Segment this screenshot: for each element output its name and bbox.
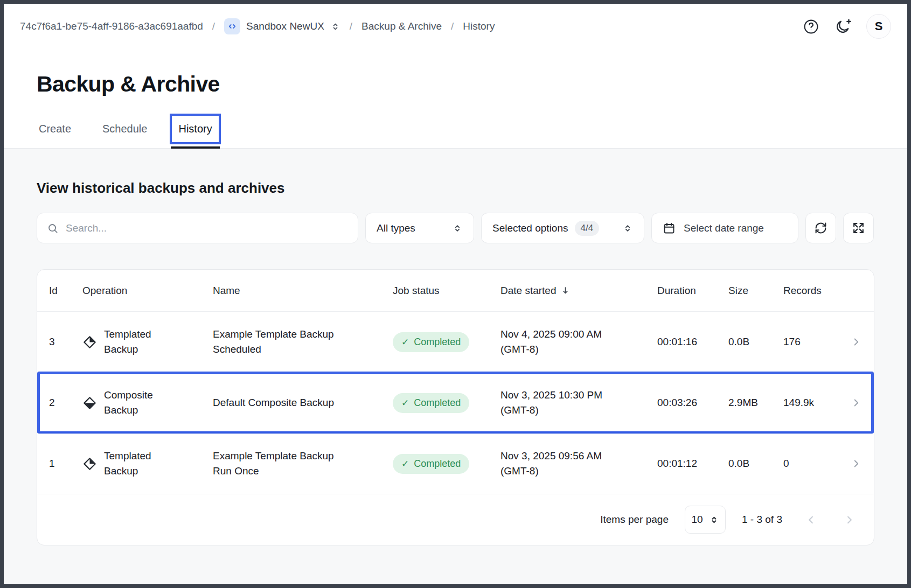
cell-size: 0.0B (728, 458, 783, 470)
calendar-icon (663, 222, 676, 235)
status-label: Completed (414, 397, 461, 409)
cell-date-started: Nov 4, 2025 09:00 AM (GMT-8) (500, 327, 657, 358)
tab-create[interactable]: Create (37, 115, 73, 148)
cell-date-started: Nov 3, 2025 10:30 PM (GMT-8) (500, 388, 657, 418)
timezone-value: (GMT-8) (500, 342, 646, 358)
timezone-value: (GMT-8) (500, 403, 646, 418)
check-icon: ✓ (401, 397, 409, 409)
check-icon: ✓ (401, 458, 409, 470)
timezone-value: (GMT-8) (500, 464, 646, 479)
operation-label: Composite Backup (104, 388, 170, 417)
help-icon[interactable] (803, 18, 819, 35)
refresh-button[interactable] (805, 213, 836, 243)
status-badge-completed: ✓ Completed (393, 332, 469, 352)
operation-label: Templated Backup (104, 449, 170, 478)
date-value: Nov 3, 2025 10:30 PM (500, 388, 646, 403)
status-badge-completed: ✓ Completed (393, 454, 469, 474)
table-row[interactable]: 1 Templated Backup Example Template Back… (37, 433, 874, 494)
chevron-updown-icon (330, 22, 340, 32)
cell-id: 2 (49, 397, 82, 409)
cell-duration: 00:01:16 (657, 336, 728, 348)
operation-label: Templated Backup (104, 327, 170, 356)
search-icon (47, 222, 59, 234)
column-header-date-started[interactable]: Date started (500, 285, 657, 297)
date-range-button[interactable]: Select date range (651, 213, 798, 243)
column-header-operation[interactable]: Operation (82, 285, 213, 297)
row-chevron-right-icon[interactable] (850, 397, 862, 409)
options-filter-label: Selected options (492, 222, 568, 234)
cell-id: 3 (49, 336, 82, 348)
topbar: 74c7f6a1-be75-4aff-9186-a3ac691aafbd / S… (4, 4, 907, 49)
workspace-switcher[interactable]: Sandbox NewUX (224, 18, 340, 34)
options-filter-dropdown[interactable]: Selected options 4/4 (481, 213, 644, 243)
column-header-job-status[interactable]: Job status (393, 285, 500, 297)
table-header-row: Id Operation Name Job status Date starte… (37, 270, 874, 311)
tab-schedule[interactable]: Schedule (100, 115, 149, 148)
row-chevron-right-icon[interactable] (850, 458, 862, 470)
cell-job-status: ✓ Completed (393, 393, 500, 413)
chevron-updown-icon (709, 515, 719, 525)
workspace-label: Sandbox NewUX (246, 20, 324, 32)
cell-name: Example Template Backup Run Once (213, 449, 393, 479)
tab-history[interactable]: History (176, 115, 214, 148)
table-row-highlighted[interactable]: 2 Composite Backup Default Composite Bac… (37, 372, 874, 433)
app-window: 74c7f6a1-be75-4aff-9186-a3ac691aafbd / S… (0, 0, 911, 588)
search-box (37, 213, 358, 243)
items-per-page-select[interactable]: 10 (685, 506, 726, 534)
code-chip-icon (224, 18, 240, 34)
column-header-size[interactable]: Size (728, 285, 783, 297)
breadcrumb: 74c7f6a1-be75-4aff-9186-a3ac691aafbd / S… (20, 18, 495, 34)
filter-toolbar: All types Selected options 4/4 (37, 213, 874, 243)
dark-mode-moon-icon[interactable] (834, 18, 851, 35)
column-header-duration[interactable]: Duration (657, 285, 728, 297)
cell-name: Default Composite Backup (213, 395, 393, 411)
table-footer: Items per page 10 1 - 3 of 3 (37, 494, 874, 545)
breadcrumb-current-page: History (463, 20, 495, 32)
column-header-id[interactable]: Id (49, 285, 82, 297)
templated-backup-icon (82, 457, 97, 471)
tab-history-label: History (178, 123, 212, 135)
composite-backup-icon (82, 396, 97, 410)
sort-desc-arrow-icon (561, 286, 570, 295)
search-input[interactable] (66, 222, 348, 234)
user-avatar[interactable]: S (866, 14, 891, 39)
page-title: Backup & Archive (37, 72, 874, 97)
pagination-next-icon[interactable] (843, 514, 856, 526)
pagination-controls (805, 514, 856, 526)
cell-records: 176 (783, 336, 847, 348)
pagination-prev-icon[interactable] (805, 514, 817, 526)
items-per-page-value: 10 (691, 514, 703, 526)
breadcrumb-section[interactable]: Backup & Archive (361, 20, 442, 32)
cell-operation: Templated Backup (82, 327, 213, 356)
tab-bar: Create Schedule History (4, 115, 907, 149)
refresh-icon (814, 221, 827, 235)
chevron-updown-icon (452, 223, 463, 234)
type-filter-dropdown[interactable]: All types (365, 213, 474, 243)
items-per-page-label: Items per page (600, 514, 669, 526)
cell-id: 1 (49, 458, 82, 470)
type-filter-value: All types (377, 222, 415, 234)
cell-date-started: Nov 3, 2025 09:56 AM (GMT-8) (500, 449, 657, 479)
options-filter-count-badge: 4/4 (575, 221, 600, 236)
cell-job-status: ✓ Completed (393, 454, 500, 474)
topbar-actions: S (803, 14, 891, 39)
cell-size: 0.0B (728, 336, 783, 348)
fullscreen-button[interactable] (843, 213, 874, 243)
main-content: View historical backups and archives All… (4, 149, 907, 584)
cell-job-status: ✓ Completed (393, 332, 500, 352)
check-icon: ✓ (401, 337, 409, 348)
section-title: View historical backups and archives (37, 149, 874, 197)
column-header-name[interactable]: Name (213, 285, 393, 297)
cell-name: Example Template Backup Scheduled (213, 327, 393, 358)
table-row[interactable]: 3 Templated Backup Example Template Back… (37, 311, 874, 372)
row-chevron-right-icon[interactable] (850, 336, 862, 348)
status-label: Completed (414, 458, 461, 470)
cell-records: 149.9k (783, 397, 847, 409)
breadcrumb-environment-id[interactable]: 74c7f6a1-be75-4aff-9186-a3ac691aafbd (20, 20, 203, 32)
page-header: Backup & Archive (4, 49, 907, 97)
pagination-range: 1 - 3 of 3 (742, 514, 782, 526)
column-header-records[interactable]: Records (783, 285, 847, 297)
date-started-label: Date started (500, 285, 557, 297)
cell-duration: 00:03:26 (657, 397, 728, 409)
date-range-label: Select date range (684, 222, 764, 234)
